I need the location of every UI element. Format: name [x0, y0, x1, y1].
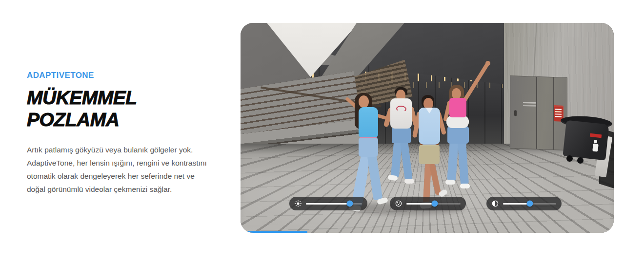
person-man-jeans [392, 128, 411, 143]
person-pink-leg [447, 141, 459, 181]
slider-fill [406, 203, 435, 205]
carousel-progress-bar [244, 231, 307, 233]
feature-title-line-2: POZLAMA [27, 109, 220, 131]
person-man-leg [400, 141, 413, 180]
slider-contrast[interactable] [486, 197, 562, 210]
feature-description: Artık patlamış gökyüzü veya bulanık gölg… [27, 143, 208, 196]
contrast-icon [492, 200, 499, 207]
page: ADAPTIVETONE MÜKEMMEL POZLAMA Artık patl… [0, 0, 644, 262]
slider-thumb[interactable] [346, 201, 353, 207]
slider-track[interactable] [503, 203, 556, 205]
slider-brightness[interactable] [289, 197, 367, 210]
person-pink-leg [458, 142, 469, 185]
person-man-shoe [387, 175, 398, 181]
door-handle [514, 110, 517, 116]
trash-bin-wheels [566, 155, 573, 162]
photo-metal-doors [510, 75, 567, 150]
person-tank-head [359, 95, 369, 108]
color-icon [395, 200, 402, 207]
feature-title-line-1: MÜKEMMEL [27, 87, 220, 109]
person-tank-leg [367, 154, 383, 201]
slider-track[interactable] [406, 203, 461, 205]
feature-eyebrow: ADAPTIVETONE [27, 71, 220, 80]
door-label-text [523, 102, 536, 104]
person-pink-top [449, 98, 466, 117]
hero-photo-card [241, 23, 614, 233]
person-man-tshirt [390, 98, 412, 129]
person-shirt-leg [429, 163, 441, 195]
slider-fill [306, 203, 350, 205]
slider-track[interactable] [306, 203, 362, 205]
trash-bin-figure-icon [594, 140, 597, 143]
brightness-icon [295, 200, 302, 207]
slider-thumb[interactable] [431, 201, 438, 207]
person-pink-shoe [460, 184, 470, 188]
person-pink-head [452, 88, 461, 99]
person-tank-top [359, 107, 378, 137]
slider-fill [503, 203, 530, 205]
person-tank-jeans [359, 137, 378, 157]
person-pink-hand [485, 61, 490, 66]
person-man-shoe [404, 179, 414, 184]
person-pink-jeans [447, 126, 469, 144]
trash-bin-figure-icon-body [592, 143, 599, 151]
person-pink-shoe [445, 180, 455, 185]
slider-color[interactable] [390, 197, 466, 210]
person-shirt-shorts [419, 145, 440, 164]
slider-thumb[interactable] [526, 201, 533, 207]
feature-title: MÜKEMMEL POZLAMA [27, 87, 220, 131]
feature-copy: ADAPTIVETONE MÜKEMMEL POZLAMA Artık patl… [27, 71, 220, 196]
photo-trash-bin [563, 120, 609, 161]
